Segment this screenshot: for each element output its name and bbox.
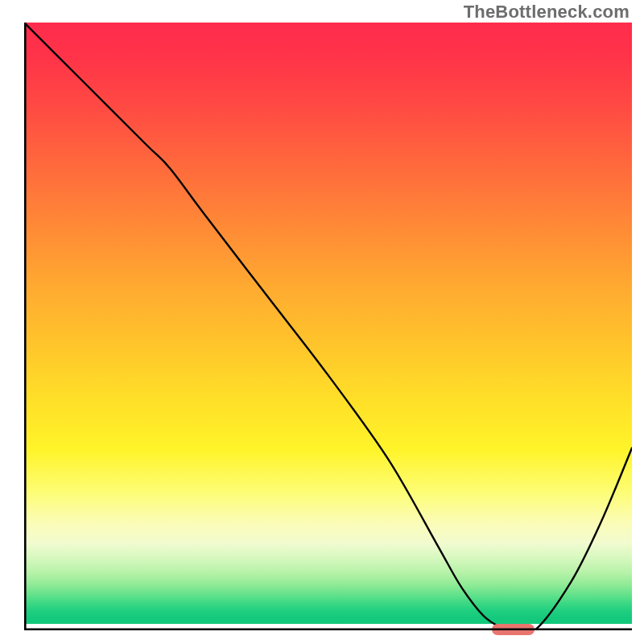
chart-plot-area	[24, 23, 632, 630]
chart-axes	[24, 23, 632, 630]
watermark-text: TheBottleneck.com	[464, 2, 630, 23]
